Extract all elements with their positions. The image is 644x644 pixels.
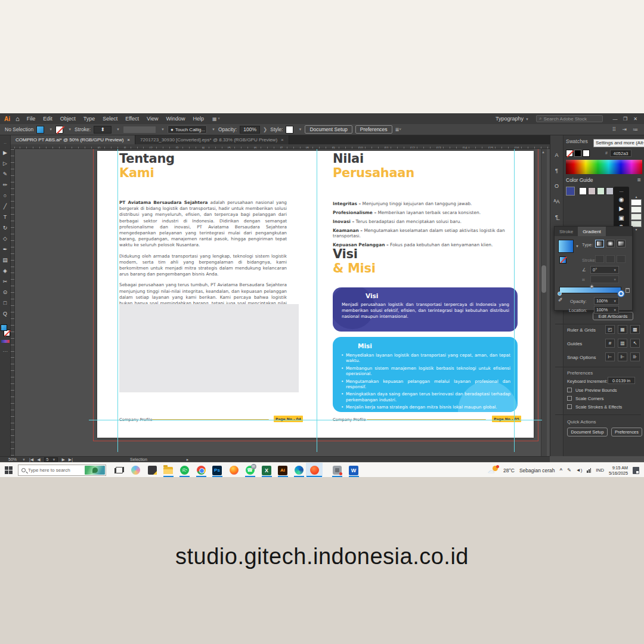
guide-left-margin[interactable] <box>117 149 118 452</box>
color-guide-menu-icon[interactable]: ≣ <box>637 177 641 182</box>
tool-button[interactable]: ▷ <box>1 159 10 167</box>
taskbar-copilot-icon[interactable] <box>130 465 141 475</box>
tool-button[interactable]: ✎ <box>1 170 10 178</box>
guide-swatch[interactable] <box>597 187 605 195</box>
tab-stroke[interactable]: Stroke <box>555 227 578 236</box>
notification-center-icon[interactable] <box>633 467 639 474</box>
next-artboard-icon[interactable]: ▶ <box>61 457 64 462</box>
weather-desc[interactable]: Sebagian cerah <box>519 467 555 473</box>
guide-swatch[interactable] <box>588 187 596 195</box>
prev-artboard-icon[interactable]: ◀ <box>37 457 40 462</box>
radial-gradient-button[interactable] <box>606 240 615 247</box>
chevron-down-icon[interactable]: ▼ <box>575 244 579 248</box>
guide-swatch[interactable] <box>606 187 614 195</box>
chevron-down-icon[interactable]: ▼ <box>635 228 638 231</box>
stroke-weight-stepper[interactable]: ⬍ <box>94 126 112 134</box>
task-view-icon[interactable] <box>116 467 123 473</box>
weather-temp[interactable]: 28°C <box>503 467 515 473</box>
tool-button[interactable]: ◈ <box>1 267 10 274</box>
chevron-up-icon[interactable]: ▲ <box>635 195 638 199</box>
tool-button[interactable]: Q <box>1 309 10 317</box>
dock-icon-grid[interactable]: ⠿ <box>612 126 617 132</box>
tool-button[interactable]: ✂ <box>1 277 10 285</box>
gradient-fill-proxy[interactable] <box>559 256 566 264</box>
eyedropper-icon[interactable]: ✐ <box>558 297 563 303</box>
tool-button[interactable]: □ <box>1 299 10 306</box>
minimize-button[interactable]: — <box>610 116 620 122</box>
close-button[interactable]: ✕ <box>630 116 640 122</box>
menu-item[interactable]: Edit <box>43 116 52 122</box>
freeform-gradient-button[interactable] <box>617 240 626 247</box>
snap-to-glyph-button[interactable]: ⊪ <box>630 352 640 361</box>
tool-button[interactable]: ◇ <box>1 234 10 242</box>
dock-icon-list[interactable]: ≔ <box>633 126 638 132</box>
adobe-stock-search[interactable]: ⌕ Search Adobe Stock <box>536 115 603 122</box>
gradient-swatch[interactable] <box>558 240 574 253</box>
use-preview-bounds-checkbox[interactable] <box>567 388 572 392</box>
paragraph-styles-panel-icon[interactable]: ¶̲ <box>555 214 558 220</box>
more-options-icon[interactable]: ⋯ <box>620 190 624 194</box>
taskbar-search-box[interactable]: Type here to search <box>18 465 106 476</box>
fill-color-swatch[interactable] <box>36 126 44 134</box>
color-guide-header[interactable]: Color Guide <box>566 177 593 183</box>
tool-button[interactable]: ○ <box>1 191 10 199</box>
taskbar-spotify-icon[interactable] <box>179 465 190 475</box>
guide-swatch[interactable] <box>579 187 587 195</box>
gradient-opacity-dropdown[interactable]: 100%▼ <box>594 297 619 305</box>
menu-item[interactable]: File <box>27 116 36 122</box>
artboard-number[interactable]: 5▼ <box>44 457 58 462</box>
taskbar-edge-icon[interactable] <box>293 465 304 475</box>
gradient-stop-left[interactable] <box>558 292 562 296</box>
menu-item[interactable]: Window <box>166 116 185 122</box>
taskbar-photoshop-icon[interactable]: Ps <box>212 465 222 475</box>
canvas-viewport[interactable]: Tentang Kami PT Aviatama Bersaudara Seja… <box>11 149 550 456</box>
tool-button[interactable]: ✏ <box>1 181 10 188</box>
last-artboard-icon[interactable]: ▶| <box>69 457 73 462</box>
zoom-level[interactable]: 50% <box>8 457 17 462</box>
language-indicator[interactable]: IND <box>596 467 604 473</box>
camera-icon[interactable]: ◉ <box>619 197 624 203</box>
linear-gradient-button[interactable] <box>595 240 604 247</box>
status-expand-icon[interactable]: ▸ <box>187 457 189 462</box>
gradient-slider[interactable] <box>559 287 621 293</box>
first-artboard-icon[interactable]: |◀ <box>29 457 33 462</box>
guide-right-margin[interactable] <box>514 149 515 452</box>
make-guides-button[interactable]: ↖ <box>630 339 640 348</box>
hex-value-field[interactable]: 4052a3 <box>610 150 631 157</box>
guide-center[interactable] <box>317 149 317 452</box>
tab-swatches[interactable]: Swatches <box>566 138 588 144</box>
menu-item[interactable]: Effect <box>125 116 139 122</box>
taskbar-utility-icon[interactable] <box>332 465 342 475</box>
gradient-midpoint-handle[interactable] <box>590 284 594 289</box>
tab-close-icon[interactable]: × <box>281 137 284 143</box>
angle-dropdown[interactable]: 0°▼ <box>590 266 619 274</box>
preferences-button[interactable]: Preferences <box>355 125 392 134</box>
snap-to-point-button[interactable]: ⊩ <box>618 352 627 361</box>
video-record-icon[interactable]: ▶ <box>619 206 624 212</box>
document-setup-button[interactable]: Document Setup <box>305 125 352 134</box>
aspect-ratio-dropdown[interactable]: ▼ <box>590 275 619 283</box>
swatch-white[interactable] <box>583 150 590 157</box>
guide-footer[interactable] <box>89 420 542 420</box>
taskbar-file-explorer-icon[interactable] <box>163 465 174 475</box>
show-grid-button[interactable]: ▦ <box>618 325 627 334</box>
menu-item[interactable]: Type <box>83 116 95 122</box>
document-tab-inactive[interactable]: 7201723_30930 [Converted].eps* @ 8.33% (… <box>135 135 289 144</box>
variation-swatch[interactable] <box>631 206 642 213</box>
hidden-icons-chevron[interactable]: ^ <box>559 467 562 473</box>
image-placeholder[interactable] <box>119 304 299 392</box>
keyboard-increment-field[interactable]: 0.0139 in <box>608 377 635 384</box>
variation-swatch[interactable] <box>631 199 642 206</box>
weather-icon[interactable]: ☁ <box>488 466 499 475</box>
menu-item[interactable]: View <box>147 116 158 122</box>
color-spectrum-bar[interactable] <box>566 160 642 174</box>
character-panel-icon[interactable]: A <box>555 152 558 158</box>
show-guides-button[interactable]: # <box>605 339 615 348</box>
style-swatch[interactable] <box>286 126 293 134</box>
taskbar-brave-icon[interactable] <box>309 465 320 475</box>
fill-proxy[interactable] <box>1 324 7 331</box>
taskbar-illustrator-icon[interactable]: Ai <box>277 465 288 475</box>
horizontal-ruler[interactable]: 012345678910111213141516 <box>11 144 550 149</box>
clock[interactable]: 9:15 AM 5/16/2025 <box>609 465 628 476</box>
tool-button[interactable]: ↻ <box>1 224 10 231</box>
